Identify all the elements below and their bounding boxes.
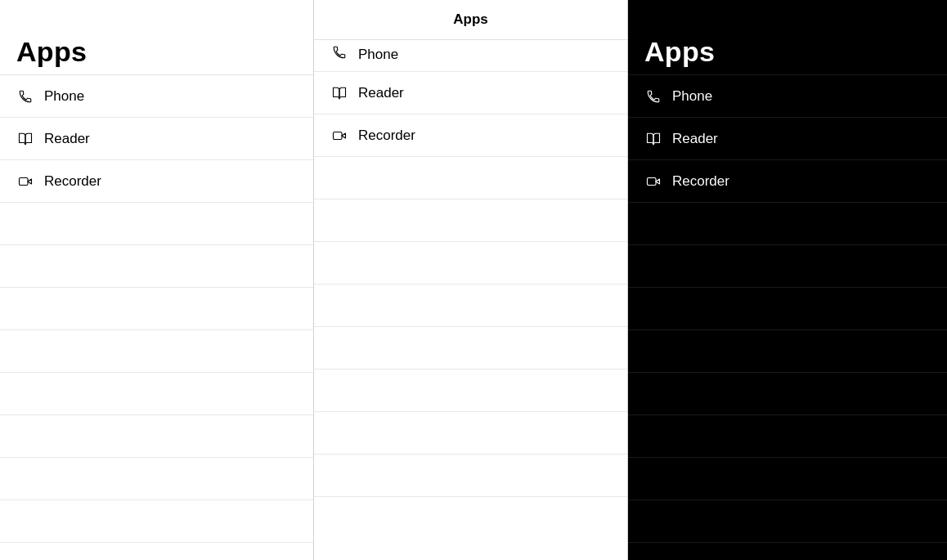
empty-row: [0, 245, 313, 288]
svg-rect-1: [334, 132, 343, 139]
empty-row: [314, 199, 627, 242]
panel-3-title: Apps: [644, 36, 931, 68]
list-item[interactable]: Recorder: [314, 114, 627, 157]
recorder-icon: [330, 127, 348, 145]
empty-row: [0, 458, 313, 500]
list-item[interactable]: Reader: [314, 72, 627, 114]
empty-row: [314, 412, 627, 455]
empty-row: [0, 500, 313, 543]
svg-rect-2: [648, 177, 657, 185]
empty-row: [314, 242, 627, 284]
recorder-label: Recorder: [358, 128, 415, 144]
panel-3: Apps Phone Reader Recorder: [628, 0, 947, 560]
panel-1-list: Phone Reader Recorder: [0, 75, 313, 560]
empty-row: [0, 203, 313, 245]
panel-1-header: Apps: [0, 0, 313, 75]
empty-row: [628, 415, 947, 458]
panel-2-list: Phone Reader Recorder: [314, 40, 627, 560]
recorder-label: Recorder: [672, 173, 729, 190]
phone-icon: [16, 87, 34, 105]
phone-icon: [330, 43, 348, 61]
phone-label-partial: Phone: [358, 47, 398, 63]
svg-rect-0: [20, 177, 29, 185]
empty-row: [628, 330, 947, 373]
list-item[interactable]: Phone: [628, 75, 947, 118]
list-item[interactable]: Recorder: [0, 160, 313, 203]
empty-row: [314, 327, 627, 370]
panel-1-title: Apps: [16, 36, 297, 68]
panel-3-header: Apps: [628, 0, 947, 75]
panel-2-title: Apps: [330, 11, 611, 28]
empty-row: [0, 415, 313, 458]
empty-row: [314, 455, 627, 497]
empty-row: [0, 330, 313, 373]
empty-row: [628, 288, 947, 330]
panel-3-list: Phone Reader Recorder: [628, 75, 947, 560]
list-item[interactable]: Recorder: [628, 160, 947, 203]
empty-row: [0, 373, 313, 415]
reader-label: Reader: [358, 85, 404, 101]
recorder-label: Recorder: [44, 173, 101, 190]
recorder-icon: [644, 172, 662, 190]
empty-row: [0, 288, 313, 330]
empty-row: [628, 500, 947, 543]
panel-2-header: Apps: [314, 0, 627, 40]
empty-row: [628, 543, 947, 560]
reader-icon: [330, 84, 348, 102]
empty-row: [628, 373, 947, 415]
phone-label: Phone: [672, 88, 712, 105]
reader-icon: [644, 130, 662, 148]
reader-label: Reader: [672, 131, 718, 147]
empty-row: [628, 245, 947, 288]
recorder-icon: [16, 172, 34, 190]
empty-row: [314, 157, 627, 199]
empty-row: [314, 370, 627, 412]
list-item[interactable]: Reader: [0, 118, 313, 160]
panel-1: Apps Phone Reader Recorder: [0, 0, 314, 560]
empty-row: [628, 458, 947, 500]
list-item[interactable]: Phone: [0, 75, 313, 118]
phone-label: Phone: [44, 88, 84, 105]
panel-2: Apps Phone Reader Recorder: [314, 0, 628, 560]
reader-label: Reader: [44, 131, 90, 147]
list-item[interactable]: Reader: [628, 118, 947, 160]
reader-icon: [16, 130, 34, 148]
empty-row: [628, 203, 947, 245]
phone-icon: [644, 87, 662, 105]
empty-row: [314, 284, 627, 327]
list-item-partial[interactable]: Phone: [314, 40, 627, 72]
